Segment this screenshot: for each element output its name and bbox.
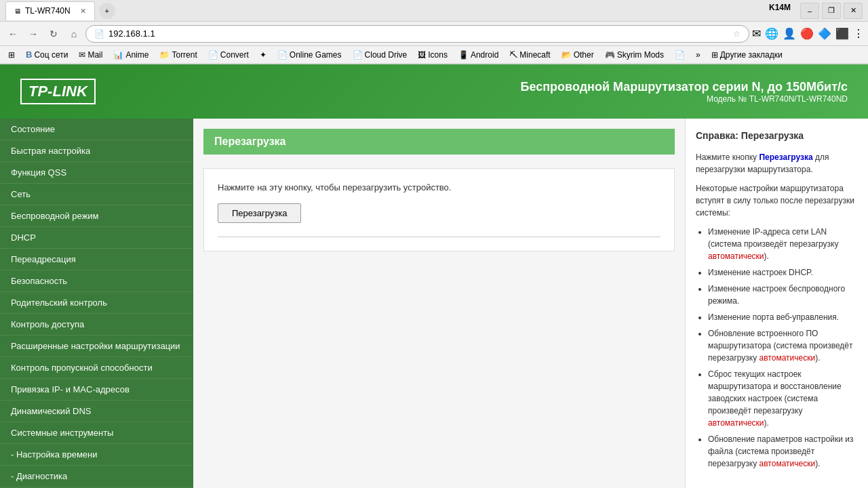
vk-icon: В <box>26 49 32 60</box>
bookmark-torrent[interactable]: 📁 Torrent <box>155 49 201 61</box>
cloud-drive-icon: 📄 <box>353 50 363 60</box>
anime-icon: 📊 <box>113 50 123 60</box>
reboot-page-header: Перезагрузка <box>203 129 675 155</box>
bookmark-anime-label: Anime <box>125 50 149 60</box>
router-sub-title: Модель № TL-WR740N/TL-WR740ND <box>520 94 848 104</box>
bookmark-apps[interactable]: ⊞ <box>4 49 19 61</box>
online-games-icon: 📄 <box>277 50 288 60</box>
bookmark-star[interactable]: ✦ <box>256 49 271 61</box>
help-highlight-reboot: Перезагрузка <box>759 152 812 162</box>
sidebar-item-qss[interactable]: Функция QSS <box>0 162 193 184</box>
sidebar: Состояние Быстрая настройка Функция QSS … <box>0 119 193 488</box>
bookmark-android[interactable]: 📱 Android <box>454 49 502 61</box>
android-icon: 📱 <box>458 50 469 60</box>
nav-bar: ← → ↻ ⌂ 📄 ☆ ✉ 🌐 👤 🔴 🔷 ⬛ ⋮ <box>0 22 868 46</box>
overflow-icon: » <box>696 50 701 60</box>
help-item-4: Изменение порта веб-управления. <box>708 311 858 323</box>
bookmark-skyrim-label: Skyrim Mods <box>617 50 664 60</box>
back-button[interactable]: ← <box>4 25 22 43</box>
bookmark-mail[interactable]: ✉ Mail <box>75 49 106 61</box>
home-button[interactable]: ⌂ <box>65 25 83 43</box>
sidebar-item-access[interactable]: Контроль доступа <box>0 314 193 336</box>
router-title: Беспроводной Маршрутизатор серии N, до 1… <box>520 80 848 104</box>
menu-icon[interactable]: ⋮ <box>853 27 864 40</box>
router-ui: TP-LINK Беспроводной Маршрутизатор серии… <box>0 64 868 488</box>
help-item-7: Обновление параметров настройки из файла… <box>708 433 858 470</box>
router-main-title: Беспроводной Маршрутизатор серии N, до 1… <box>520 80 848 94</box>
tab-close-button[interactable]: ✕ <box>80 7 86 16</box>
help-title: Справка: Перезагрузка <box>696 129 858 143</box>
translate-icon[interactable]: 🌐 <box>765 27 778 40</box>
bookmark-torrent-label: Torrent <box>172 50 197 60</box>
help-item-2: Изменение настроек DHCP. <box>708 266 858 279</box>
bookmark-online-games[interactable]: 📄 Online Games <box>273 49 346 61</box>
torrent-icon: 📁 <box>159 50 170 60</box>
forward-button[interactable]: → <box>24 25 42 43</box>
sidebar-item-security[interactable]: Безопасность <box>0 270 193 292</box>
main-content: Перезагрузка Нажмите на эту кнопку, чтоб… <box>193 119 685 488</box>
router-body: Состояние Быстрая настройка Функция QSS … <box>0 119 868 488</box>
browser-chrome: 🖥 TL-WR740N ✕ + K14M – ❐ ✕ ← → ↻ ⌂ 📄 ☆ ✉… <box>0 0 868 64</box>
apps-icon: ⊞ <box>8 50 15 60</box>
reboot-button[interactable]: Перезагрузка <box>218 203 301 223</box>
sidebar-item-binding[interactable]: Привязка IP- и MAC-адресов <box>0 379 193 401</box>
sidebar-item-routing[interactable]: Расширенные настройки маршрутизации <box>0 336 193 357</box>
extension2-icon[interactable]: 🔷 <box>818 27 831 40</box>
star-bookmark-icon: ✦ <box>260 50 267 60</box>
router-header: TP-LINK Беспроводной Маршрутизатор серии… <box>0 64 868 119</box>
refresh-button[interactable]: ↻ <box>45 25 62 43</box>
restore-button[interactable]: ❐ <box>822 3 841 19</box>
bookmarks-bar: ⊞ В Соц сети ✉ Mail 📊 Anime 📁 Torrent 📄 … <box>0 46 868 64</box>
help-item-3: Изменение настроек беспроводного режима. <box>708 283 858 307</box>
help-panel: Справка: Перезагрузка Нажмите кнопку Пер… <box>685 119 868 488</box>
bookmark-more[interactable]: 📄 <box>671 49 689 61</box>
sidebar-item-time[interactable]: - Настройка времени <box>0 444 193 466</box>
extension3-icon[interactable]: ⬛ <box>835 27 849 40</box>
mail-icon: ✉ <box>79 50 85 60</box>
bookmark-android-label: Android <box>471 50 498 60</box>
sidebar-item-network[interactable]: Сеть <box>0 184 193 205</box>
title-bar-actions: K14M – ❐ ✕ <box>769 3 863 19</box>
help-list: Изменение IP-адреса сети LAN (система пр… <box>696 226 858 470</box>
bookmark-minecraft[interactable]: ⛏ Minecaft <box>505 49 554 61</box>
bookmark-other-bookmarks[interactable]: ⊞ Другие закладки <box>707 49 787 61</box>
help-item-6: Сброс текущих настроек маршрутизатора и … <box>708 368 858 429</box>
sidebar-item-quick-setup[interactable]: Быстрая настройка <box>0 140 193 162</box>
bookmark-convert-label: Convert <box>220 50 249 60</box>
bookmark-mail-label: Mail <box>87 50 102 60</box>
bookmark-overflow[interactable]: » <box>692 49 705 61</box>
content-divider <box>218 237 660 237</box>
help-intro: Нажмите кнопку Перезагрузка для перезагр… <box>696 151 858 176</box>
email-icon[interactable]: ✉ <box>752 27 761 40</box>
extension1-icon[interactable]: 🔴 <box>800 27 814 40</box>
close-button[interactable]: ✕ <box>844 3 863 19</box>
bookmark-convert[interactable]: 📄 Convert <box>204 49 253 61</box>
sidebar-item-ddns[interactable]: Динамический DNS <box>0 401 193 422</box>
bookmark-cloud-drive-label: Cloud Drive <box>365 50 408 60</box>
sidebar-item-wireless[interactable]: Беспроводной режим <box>0 205 193 227</box>
sidebar-item-bandwidth[interactable]: Контроль пропускной способности <box>0 357 193 379</box>
bookmark-vk[interactable]: В Соц сети <box>22 48 72 61</box>
minimize-button[interactable]: – <box>800 3 819 19</box>
other-icon: 📂 <box>561 50 572 60</box>
sidebar-item-forwarding[interactable]: Переадресация <box>0 249 193 270</box>
sidebar-item-parental[interactable]: Родительский контроль <box>0 292 193 314</box>
bookmark-other[interactable]: 📂 Other <box>557 49 598 61</box>
bookmark-icons-label: Icons <box>428 50 448 60</box>
profile-icon[interactable]: 👤 <box>783 27 796 40</box>
address-bar[interactable]: 📄 ☆ <box>85 25 749 43</box>
sidebar-item-status[interactable]: Состояние <box>0 119 193 140</box>
bookmark-anime[interactable]: 📊 Anime <box>109 49 153 61</box>
sidebar-item-tools[interactable]: Системные инструменты <box>0 422 193 444</box>
sidebar-item-diagnostics[interactable]: - Диагностика <box>0 466 193 487</box>
bookmark-skyrim[interactable]: 🎮 Skyrim Mods <box>601 49 668 61</box>
address-input[interactable] <box>108 28 729 39</box>
star-icon[interactable]: ☆ <box>733 29 741 39</box>
bookmark-cloud-drive[interactable]: 📄 Cloud Drive <box>349 49 412 61</box>
browser-tab[interactable]: 🖥 TL-WR740N ✕ <box>5 1 95 20</box>
bookmark-icons[interactable]: 🖼 Icons <box>414 49 452 61</box>
new-tab-button[interactable]: + <box>99 3 115 19</box>
sidebar-item-dhcp[interactable]: DHCP <box>0 227 193 249</box>
help-item-5: Обновление встроенного ПО маршрутизатора… <box>708 327 858 364</box>
bookmark-vk-label: Соц сети <box>34 50 68 60</box>
